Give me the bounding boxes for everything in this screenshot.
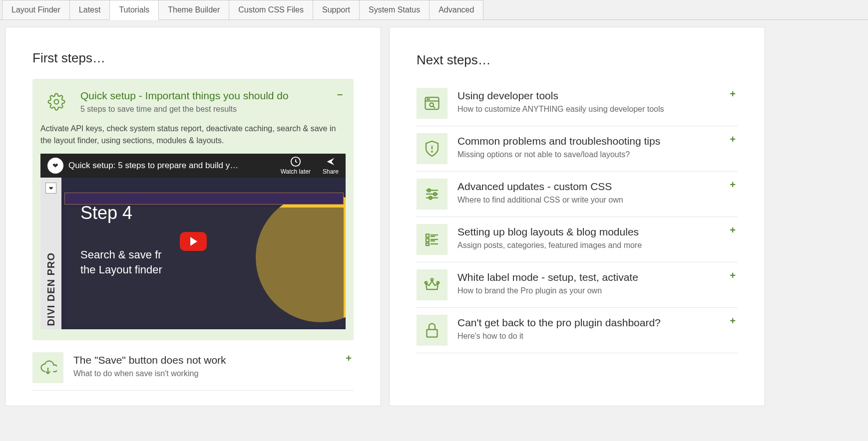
accordion-blog-layouts[interactable]: Setting up blog layouts & blog modules A… bbox=[417, 217, 738, 262]
tab-layout-finder[interactable]: Layout Finder bbox=[2, 0, 70, 20]
video-step-label: Step 4 bbox=[80, 203, 162, 223]
svg-point-5 bbox=[429, 99, 430, 100]
expand-icon[interactable]: + bbox=[730, 270, 736, 280]
svg-rect-22 bbox=[426, 243, 429, 246]
svg-point-6 bbox=[430, 103, 434, 107]
video-instruction: Search & save fr the Layout finder bbox=[80, 247, 162, 277]
lock-icon bbox=[417, 315, 447, 346]
accordion-description: Activate API keys, check system status r… bbox=[40, 123, 346, 147]
svg-rect-16 bbox=[426, 234, 429, 237]
video-play-button[interactable] bbox=[180, 232, 207, 251]
accordion-quick-setup[interactable]: Quick setup - Important things you shoul… bbox=[32, 79, 354, 340]
accordion-subtitle: What to do when save isn't working bbox=[73, 369, 354, 378]
video-sidebar-text: DIVI DEN PRO bbox=[45, 252, 57, 326]
accordion-title: Common problems and troubleshooting tips bbox=[457, 135, 738, 147]
tab-tutorials[interactable]: Tutorials bbox=[109, 0, 159, 20]
first-steps-panel: First steps… Quick setup - Important thi… bbox=[5, 27, 381, 406]
svg-point-25 bbox=[425, 281, 428, 284]
expand-icon[interactable]: + bbox=[730, 180, 736, 190]
accordion-troubleshooting[interactable]: Common problems and troubleshooting tips… bbox=[417, 126, 738, 172]
accordion-dashboard-access[interactable]: Can't get back to the pro plugin dashboa… bbox=[417, 308, 738, 353]
next-steps-panel: Next steps… Using developer tools How to… bbox=[389, 27, 765, 406]
accordion-title: Using developer tools bbox=[457, 90, 738, 102]
accordion-dev-tools[interactable]: Using developer tools How to customize A… bbox=[417, 81, 738, 126]
shield-alert-icon bbox=[417, 133, 447, 164]
expand-icon[interactable]: + bbox=[730, 89, 736, 99]
svg-line-7 bbox=[433, 106, 435, 108]
video-watch-later[interactable]: Watch later bbox=[281, 156, 311, 175]
accordion-title: The "Save" button does not work bbox=[73, 354, 354, 366]
first-steps-heading: First steps… bbox=[32, 50, 354, 66]
accordion-title: Advanced updates - custom CSS bbox=[457, 181, 738, 193]
accordion-subtitle: How to brand the Pro plugin as your own bbox=[457, 286, 738, 295]
tab-advanced[interactable]: Advanced bbox=[429, 0, 483, 20]
sliders-icon bbox=[417, 179, 447, 210]
svg-point-4 bbox=[427, 99, 428, 100]
crown-icon bbox=[417, 269, 447, 300]
svg-rect-19 bbox=[426, 239, 429, 242]
accordion-subtitle: Here's how to do it bbox=[457, 332, 738, 341]
browser-search-icon bbox=[417, 88, 447, 119]
svg-rect-27 bbox=[427, 330, 437, 337]
tab-support[interactable]: Support bbox=[313, 0, 360, 20]
accordion-custom-css[interactable]: Advanced updates - custom CSS Where to f… bbox=[417, 172, 738, 217]
accordion-subtitle: How to customize ANYTHING easily using d… bbox=[457, 105, 738, 114]
video-share[interactable]: Share bbox=[323, 156, 339, 175]
tab-theme-builder[interactable]: Theme Builder bbox=[158, 0, 229, 20]
expand-icon[interactable]: + bbox=[730, 316, 736, 326]
accordion-title: White label mode - setup, test, activate bbox=[457, 271, 738, 283]
tab-system-status[interactable]: System Status bbox=[359, 0, 430, 20]
accordion-title: Quick setup - Important things you shoul… bbox=[80, 90, 346, 102]
accordion-title: Can't get back to the pro plugin dashboa… bbox=[457, 317, 738, 329]
accordion-title: Setting up blog layouts & blog modules bbox=[457, 226, 738, 238]
video-channel-avatar: ❤ bbox=[47, 158, 63, 174]
accordion-subtitle: Where to find additional CSS or write yo… bbox=[457, 196, 738, 205]
accordion-subtitle: 5 steps to save time and get the best re… bbox=[80, 105, 346, 114]
tab-latest[interactable]: Latest bbox=[69, 0, 110, 20]
accordion-save-button[interactable]: The "Save" button does not work What to … bbox=[32, 345, 354, 391]
tab-bar: Layout Finder Latest Tutorials Theme Bui… bbox=[0, 0, 868, 20]
tutorial-video[interactable]: ❤ Quick setup: 5 steps to prepare and bu… bbox=[40, 154, 346, 329]
collapse-icon[interactable]: – bbox=[337, 89, 343, 99]
svg-point-24 bbox=[431, 278, 434, 281]
expand-icon[interactable]: + bbox=[346, 353, 352, 363]
svg-point-26 bbox=[437, 281, 439, 284]
video-title: Quick setup: 5 steps to prepare and buil… bbox=[68, 161, 281, 171]
expand-icon[interactable]: + bbox=[730, 134, 736, 144]
download-cloud-icon bbox=[32, 352, 63, 383]
accordion-subtitle: Assign posts, categories, featured image… bbox=[457, 241, 738, 250]
expand-icon[interactable]: + bbox=[730, 225, 736, 235]
svg-point-0 bbox=[54, 100, 59, 104]
gear-icon bbox=[42, 88, 70, 116]
tab-custom-css-files[interactable]: Custom CSS Files bbox=[229, 0, 313, 20]
accordion-subtitle: Missing options or not able to save/load… bbox=[457, 150, 738, 159]
svg-point-9 bbox=[432, 151, 433, 152]
list-icon bbox=[417, 224, 447, 255]
next-steps-heading: Next steps… bbox=[417, 52, 738, 68]
accordion-white-label[interactable]: White label mode - setup, test, activate… bbox=[417, 262, 738, 308]
